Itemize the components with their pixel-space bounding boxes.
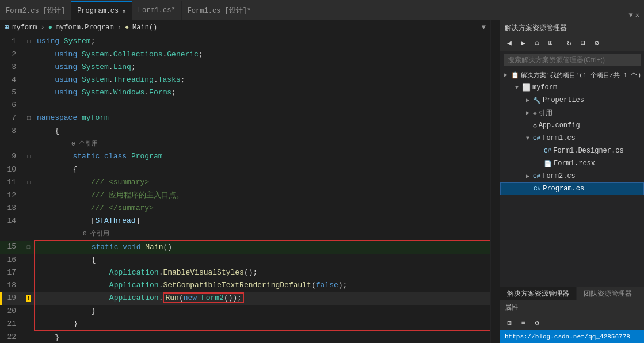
- line-number: 12: [0, 189, 23, 202]
- table-row: 11 □ /// <summary>: [0, 176, 490, 189]
- tree-label-selected: Program.cs: [543, 185, 584, 193]
- properties-icon: 🔧: [533, 97, 541, 104]
- line-code[interactable]: namespace myform: [35, 112, 490, 125]
- bc-namespace: myform: [12, 24, 37, 32]
- tab-form2-design[interactable]: Form2.cs [设计]: [0, 1, 71, 20]
- dropdown-icon[interactable]: ▼: [629, 12, 633, 20]
- line-code[interactable]: static void Main(): [35, 241, 490, 254]
- tab-team-explorer[interactable]: 团队资源管理器: [577, 287, 639, 300]
- fold-gutter[interactable]: □: [23, 176, 35, 189]
- line-code[interactable]: [35, 99, 490, 112]
- line-code[interactable]: {: [35, 163, 490, 176]
- line-number: 2: [0, 48, 23, 61]
- fold-gutter: [23, 48, 35, 61]
- fold-gutter: [23, 74, 35, 86]
- tree-solution-root[interactable]: ▶ 📋 解决方案'我的项目'(1 个项目/共 1 个): [500, 68, 644, 81]
- table-row: 8 {: [0, 125, 490, 138]
- line-code[interactable]: [STAThread]: [35, 215, 490, 227]
- line-number: 7: [0, 112, 23, 125]
- tree-item-properties[interactable]: ▶ 🔧 Properties: [500, 94, 644, 106]
- tab-program-cs[interactable]: Program.cs ✕: [71, 1, 132, 20]
- back-btn[interactable]: ◀: [504, 37, 515, 49]
- line-code[interactable]: using System;: [35, 35, 490, 48]
- new-solution-btn[interactable]: ⊞: [545, 37, 557, 49]
- bc-class-icon: ●: [48, 24, 52, 32]
- fold-gutter: [23, 215, 35, 227]
- line-number: [0, 138, 23, 150]
- tree-item-programcs[interactable]: ▶ C# Program.cs: [500, 182, 644, 195]
- tree-item-form1designer[interactable]: ▶ C# Form1.Designer.cs: [500, 144, 644, 157]
- properties-title: 属性: [505, 303, 519, 312]
- table-row: 6: [0, 99, 490, 112]
- bc-method: Main(): [132, 24, 157, 32]
- fold-gutter: [23, 99, 35, 112]
- fold-gutter: [23, 189, 35, 202]
- line-number: 19: [0, 292, 23, 305]
- solution-icon: 📋: [511, 71, 519, 79]
- project-icon: ⬜: [522, 83, 531, 92]
- line-code[interactable]: {: [35, 125, 490, 138]
- line-code[interactable]: /// </summary>: [35, 202, 490, 215]
- line-number: 1: [0, 35, 23, 48]
- line-code: 0 个引用: [35, 138, 490, 150]
- line-code[interactable]: }: [35, 331, 490, 343]
- line-code[interactable]: {: [35, 254, 490, 266]
- solution-explorer-search[interactable]: [504, 54, 641, 66]
- home-btn[interactable]: ⌂: [531, 37, 543, 49]
- fold-gutter: [23, 125, 35, 138]
- table-row: 0 个引用: [0, 138, 490, 150]
- line-number: 13: [0, 202, 23, 215]
- props-list-btn[interactable]: ≡: [517, 317, 529, 329]
- close-all-icon[interactable]: ✕: [635, 11, 639, 20]
- props-settings-btn[interactable]: ⚙: [531, 317, 543, 329]
- fold-gutter: [23, 254, 35, 266]
- forward-btn[interactable]: ▶: [517, 37, 529, 49]
- fold-gutter[interactable]: □: [23, 150, 35, 163]
- tree-project-myform[interactable]: ▼ ⬜ myform: [500, 81, 644, 94]
- close-icon[interactable]: ✕: [122, 7, 126, 15]
- solution-explorer-title: 解决方案资源管理器: [505, 23, 567, 33]
- fold-gutter: [23, 86, 35, 99]
- fold-gutter[interactable]: □: [23, 35, 35, 48]
- tree-item-references[interactable]: ▶ ◈ 引用: [500, 106, 644, 119]
- tree-item-form1cs[interactable]: ▼ C# Form1.cs: [500, 132, 644, 144]
- fold-gutter: [23, 318, 35, 331]
- breadcrumb: ⊞ myform › ● myform.Program › ♦ Main() ▼: [0, 20, 490, 35]
- line-code[interactable]: using System.Threading.Tasks;: [35, 74, 490, 86]
- line-code[interactable]: Application.SetCompatibleTextRenderingDe…: [35, 279, 490, 292]
- expand-icon[interactable]: ▼: [482, 24, 486, 32]
- table-row: 12 /// 应用程序的主入口点。: [0, 189, 490, 202]
- line-number: [0, 227, 23, 241]
- line-code[interactable]: using System.Collections.Generic;: [35, 48, 490, 61]
- line-code[interactable]: static class Program: [35, 150, 490, 163]
- tab-form1-design[interactable]: Form1.cs [设计]*: [182, 1, 257, 20]
- settings-btn[interactable]: ⚙: [591, 37, 603, 49]
- line-code[interactable]: using System.Windows.Forms;: [35, 86, 490, 99]
- tab-label: Form1.cs [设计]*: [188, 6, 251, 16]
- line-number: 4: [0, 74, 23, 86]
- tree-item-form2cs[interactable]: ▶ C# Form2.cs: [500, 170, 644, 182]
- fold-gutter: [23, 61, 35, 74]
- config-icon: ⚙: [533, 122, 537, 129]
- tree-item-appconfig[interactable]: ▶ ⚙ App.config: [500, 119, 644, 132]
- fold-gutter[interactable]: □: [23, 241, 35, 254]
- refresh-btn[interactable]: ↻: [563, 37, 575, 49]
- line-code[interactable]: using System.Linq;: [35, 61, 490, 74]
- fold-gutter[interactable]: □: [23, 112, 35, 125]
- tab-solution-explorer[interactable]: 解决方案资源管理器: [500, 287, 577, 300]
- props-grid-btn[interactable]: ⊞: [504, 317, 515, 329]
- line-code[interactable]: Application.Run(new Form2());: [35, 292, 490, 305]
- minimap: [491, 20, 500, 343]
- tree-item-form1resx[interactable]: ▶ 📄 Form1.resx: [500, 157, 644, 170]
- line-code[interactable]: /// 应用程序的主入口点。: [35, 189, 490, 202]
- line-code[interactable]: /// <summary>: [35, 176, 490, 189]
- solution-explorer-toolbar: ◀ ▶ ⌂ ⊞ ↻ ⊟ ⚙: [500, 35, 644, 51]
- properties-panel: 属性 ⊞ ≡ ⚙: [500, 300, 644, 330]
- line-code[interactable]: }: [35, 305, 490, 318]
- table-row: 19 ! Application.Run(new Form2());: [0, 292, 490, 305]
- tab-form1-cs[interactable]: Form1.cs*: [132, 1, 182, 20]
- line-code[interactable]: }: [35, 318, 490, 331]
- code-container[interactable]: 1 □ using System; 2 using System.Collect…: [0, 35, 490, 343]
- collapse-btn[interactable]: ⊟: [577, 37, 589, 49]
- line-code[interactable]: Application.EnableVisualStyles();: [35, 266, 490, 279]
